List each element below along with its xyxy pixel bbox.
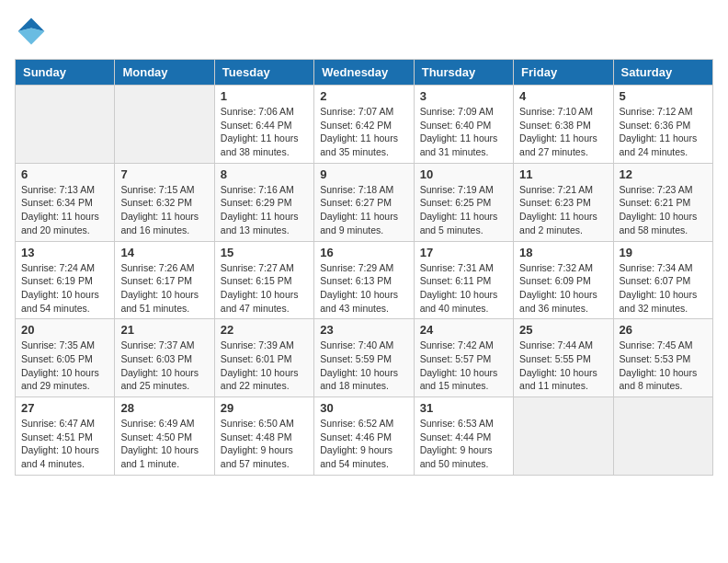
day-number: 3 — [420, 89, 507, 103]
daylight-label: Daylight: 11 hours and 24 minutes. — [620, 132, 698, 157]
day-number: 22 — [221, 323, 308, 337]
day-info: Sunrise: 7:35 AMSunset: 6:05 PMDaylight:… — [21, 339, 108, 393]
day-number: 11 — [519, 167, 607, 181]
calendar-cell — [16, 86, 115, 164]
sunset-label: Sunset: 6:11 PM — [420, 275, 492, 286]
calendar-cell: 11Sunrise: 7:21 AMSunset: 6:23 PMDayligh… — [514, 163, 613, 241]
calendar-cell: 7Sunrise: 7:15 AMSunset: 6:32 PMDaylight… — [115, 163, 214, 241]
day-info: Sunrise: 7:44 AMSunset: 5:55 PMDaylight:… — [519, 339, 607, 393]
sunset-label: Sunset: 4:51 PM — [21, 431, 93, 442]
calendar-header-row: SundayMondayTuesdayWednesdayThursdayFrid… — [16, 60, 713, 86]
sunrise-label: Sunrise: 7:31 AM — [420, 262, 494, 273]
calendar-cell: 16Sunrise: 7:29 AMSunset: 6:13 PMDayligh… — [314, 241, 414, 319]
sunrise-label: Sunrise: 7:26 AM — [120, 262, 194, 273]
daylight-label: Daylight: 9 hours and 50 minutes. — [420, 444, 493, 469]
sunrise-label: Sunrise: 7:23 AM — [620, 184, 693, 195]
day-number: 16 — [320, 246, 407, 259]
calendar-cell: 22Sunrise: 7:39 AMSunset: 6:01 PMDayligh… — [214, 319, 313, 397]
logo — [15, 15, 51, 48]
day-info: Sunrise: 7:18 AMSunset: 6:27 PMDaylight:… — [320, 183, 407, 237]
day-number: 19 — [620, 246, 707, 259]
sunrise-label: Sunrise: 7:24 AM — [21, 262, 95, 273]
day-info: Sunrise: 7:29 AMSunset: 6:13 PMDaylight:… — [320, 261, 407, 316]
daylight-label: Daylight: 10 hours and 18 minutes. — [320, 367, 398, 392]
daylight-label: Daylight: 11 hours and 9 minutes. — [320, 211, 398, 236]
daylight-label: Daylight: 10 hours and 40 minutes. — [420, 289, 498, 314]
day-number: 21 — [120, 323, 208, 337]
sunrise-label: Sunrise: 7:10 AM — [519, 106, 593, 117]
day-info: Sunrise: 7:42 AMSunset: 5:57 PMDaylight:… — [420, 339, 507, 393]
calendar-cell: 20Sunrise: 7:35 AMSunset: 6:05 PMDayligh… — [16, 319, 115, 397]
daylight-label: Daylight: 11 hours and 20 minutes. — [21, 211, 99, 236]
sunset-label: Sunset: 6:05 PM — [21, 353, 93, 364]
calendar-cell: 8Sunrise: 7:16 AMSunset: 6:29 PMDaylight… — [214, 163, 313, 241]
calendar-cell: 10Sunrise: 7:19 AMSunset: 6:25 PMDayligh… — [414, 163, 513, 241]
day-info: Sunrise: 6:53 AMSunset: 4:44 PMDaylight:… — [420, 417, 507, 471]
day-header-tuesday: Tuesday — [214, 60, 313, 86]
sunrise-label: Sunrise: 6:49 AM — [120, 418, 194, 429]
sunrise-label: Sunrise: 7:07 AM — [320, 106, 393, 117]
day-info: Sunrise: 7:24 AMSunset: 6:19 PMDaylight:… — [21, 261, 108, 316]
sunset-label: Sunset: 6:40 PM — [420, 120, 492, 131]
calendar-cell: 4Sunrise: 7:10 AMSunset: 6:38 PMDaylight… — [514, 86, 613, 164]
calendar-week-row: 27Sunrise: 6:47 AMSunset: 4:51 PMDayligh… — [16, 397, 713, 476]
calendar-cell: 28Sunrise: 6:49 AMSunset: 4:50 PMDayligh… — [115, 397, 214, 476]
day-number: 26 — [620, 323, 707, 337]
day-number: 1 — [221, 89, 308, 103]
day-info: Sunrise: 7:26 AMSunset: 6:17 PMDaylight:… — [120, 261, 208, 316]
sunrise-label: Sunrise: 7:40 AM — [320, 339, 393, 350]
day-info: Sunrise: 6:52 AMSunset: 4:46 PMDaylight:… — [320, 417, 407, 471]
page-header — [15, 15, 713, 48]
day-info: Sunrise: 6:50 AMSunset: 4:48 PMDaylight:… — [221, 417, 308, 471]
daylight-label: Daylight: 10 hours and 8 minutes. — [620, 367, 698, 392]
daylight-label: Daylight: 11 hours and 13 minutes. — [221, 211, 299, 236]
daylight-label: Daylight: 11 hours and 16 minutes. — [120, 211, 199, 236]
day-number: 14 — [120, 246, 208, 259]
daylight-label: Daylight: 10 hours and 15 minutes. — [420, 367, 498, 392]
sunrise-label: Sunrise: 7:18 AM — [320, 184, 393, 195]
logo-icon — [15, 15, 48, 48]
calendar-week-row: 1Sunrise: 7:06 AMSunset: 6:44 PMDaylight… — [16, 86, 713, 164]
sunrise-label: Sunrise: 7:44 AM — [519, 339, 593, 350]
day-number: 5 — [620, 89, 707, 103]
daylight-label: Daylight: 10 hours and 58 minutes. — [620, 211, 698, 236]
day-info: Sunrise: 7:12 AMSunset: 6:36 PMDaylight:… — [620, 105, 707, 159]
daylight-label: Daylight: 10 hours and 43 minutes. — [320, 289, 398, 314]
calendar-cell: 5Sunrise: 7:12 AMSunset: 6:36 PMDaylight… — [613, 86, 712, 164]
calendar-cell: 24Sunrise: 7:42 AMSunset: 5:57 PMDayligh… — [414, 319, 513, 397]
day-info: Sunrise: 7:09 AMSunset: 6:40 PMDaylight:… — [420, 105, 507, 159]
day-number: 31 — [420, 401, 507, 415]
day-info: Sunrise: 7:23 AMSunset: 6:21 PMDaylight:… — [620, 183, 707, 237]
sunrise-label: Sunrise: 6:52 AM — [320, 418, 393, 429]
sunset-label: Sunset: 6:01 PM — [221, 353, 292, 364]
sunrise-label: Sunrise: 7:13 AM — [21, 184, 95, 195]
calendar-cell: 29Sunrise: 6:50 AMSunset: 4:48 PMDayligh… — [214, 397, 313, 476]
calendar-cell: 13Sunrise: 7:24 AMSunset: 6:19 PMDayligh… — [16, 241, 115, 319]
daylight-label: Daylight: 11 hours and 35 minutes. — [320, 132, 398, 157]
day-number: 7 — [120, 167, 208, 181]
day-info: Sunrise: 7:32 AMSunset: 6:09 PMDaylight:… — [519, 261, 607, 316]
sunrise-label: Sunrise: 7:12 AM — [620, 106, 693, 117]
daylight-label: Daylight: 10 hours and 25 minutes. — [120, 367, 199, 392]
day-header-wednesday: Wednesday — [314, 60, 414, 86]
day-header-sunday: Sunday — [16, 60, 115, 86]
day-number: 18 — [519, 246, 607, 259]
sunrise-label: Sunrise: 7:34 AM — [620, 262, 693, 273]
sunrise-label: Sunrise: 7:29 AM — [320, 262, 393, 273]
day-number: 12 — [620, 167, 707, 181]
calendar-cell: 15Sunrise: 7:27 AMSunset: 6:15 PMDayligh… — [214, 241, 313, 319]
sunset-label: Sunset: 6:27 PM — [320, 197, 392, 208]
day-number: 17 — [420, 246, 507, 259]
sunset-label: Sunset: 6:42 PM — [320, 120, 392, 131]
sunrise-label: Sunrise: 7:06 AM — [221, 106, 294, 117]
sunset-label: Sunset: 6:36 PM — [620, 120, 691, 131]
sunset-label: Sunset: 6:07 PM — [620, 275, 691, 286]
day-number: 6 — [21, 167, 108, 181]
sunset-label: Sunset: 5:57 PM — [420, 353, 492, 364]
day-info: Sunrise: 7:39 AMSunset: 6:01 PMDaylight:… — [221, 339, 308, 393]
day-info: Sunrise: 6:49 AMSunset: 4:50 PMDaylight:… — [120, 417, 208, 471]
calendar-cell: 27Sunrise: 6:47 AMSunset: 4:51 PMDayligh… — [16, 397, 115, 476]
daylight-label: Daylight: 10 hours and 47 minutes. — [221, 289, 299, 314]
sunset-label: Sunset: 6:25 PM — [420, 197, 492, 208]
day-info: Sunrise: 7:45 AMSunset: 5:53 PMDaylight:… — [620, 339, 707, 393]
